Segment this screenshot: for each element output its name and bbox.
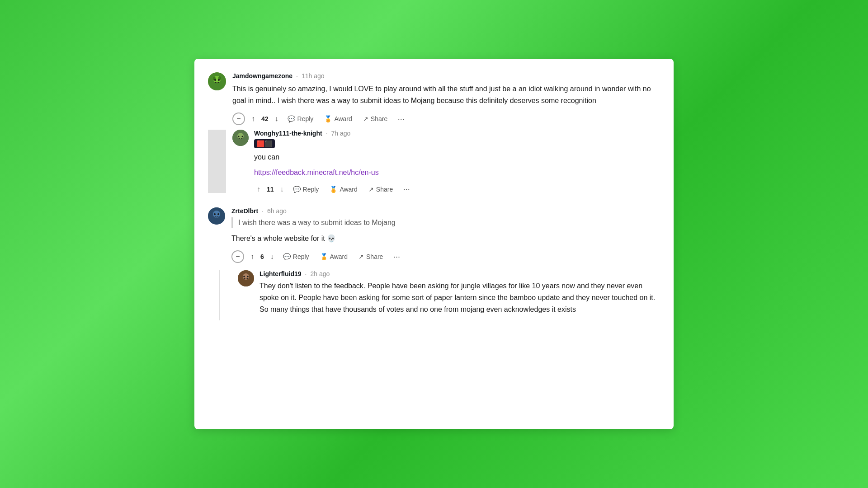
main-username: Jamdowngamezone [232, 72, 292, 80]
comments-card: Jamdowngamezone · 11h ago This is genuin… [194, 59, 674, 429]
lighter-username: Lighterfluid19 [259, 270, 302, 277]
zrte-action-bar: − ↑ 6 ↓ 💬 Reply 🏅 Award ↗ [231, 249, 660, 264]
zrte-timestamp: 6h ago [267, 207, 287, 215]
svg-point-12 [214, 213, 216, 215]
svg-point-4 [214, 79, 216, 81]
wonghy-replies: Wonghy111-the-knight · 7h ago 🟥⬛ you can… [226, 130, 660, 200]
svg-point-9 [242, 136, 243, 137]
zrte-text: There's a whole website for it 💀 [231, 233, 660, 244]
award-button[interactable]: 🏅 Award [320, 113, 356, 125]
share-icon: ↗ [368, 186, 374, 193]
main-action-bar: − ↑ 42 ↓ 💬 Reply 🏅 Award ↗ Share [232, 112, 660, 126]
collapse-button[interactable]: − [231, 250, 244, 263]
reply-button[interactable]: 💬 Reply [283, 113, 318, 125]
thread-line [208, 130, 226, 193]
upvote-button[interactable]: ↑ [248, 251, 257, 263]
svg-point-13 [217, 213, 219, 215]
wonghy-action-bar: ↑ 11 ↓ 💬 Reply 🏅 Award [254, 182, 660, 197]
zrte-username: ZrteDlbrt [231, 207, 258, 215]
avatar [208, 207, 225, 225]
downvote-button[interactable]: ↓ [272, 113, 281, 125]
wonghy-username: Wonghy111-the-knight [254, 130, 322, 137]
zrte-comment-content: ZrteDlbrt · 6h ago I wish there was a wa… [231, 207, 660, 266]
award-icon: 🏅 [320, 253, 328, 260]
avatar [232, 130, 249, 146]
reply-icon: 💬 [283, 253, 291, 260]
wonghy-reply-section: Wonghy111-the-knight · 7h ago 🟥⬛ you can… [208, 130, 660, 200]
upvote-button[interactable]: ↑ [249, 113, 258, 125]
lighter-header: Lighterfluid19 · 2h ago [259, 270, 660, 277]
reply-icon: 💬 [288, 115, 295, 122]
main-comment-text: This is genuinely so amazing, I would LO… [232, 83, 660, 106]
award-button[interactable]: 🏅 Award [316, 250, 352, 263]
reply-icon: 💬 [293, 186, 301, 193]
share-button[interactable]: ↗ Share [364, 183, 397, 196]
emoji-badge: 🟥⬛ [254, 139, 275, 148]
zrte-comment-wrapper: ZrteDlbrt · 6h ago I wish there was a wa… [208, 207, 660, 320]
svg-point-17 [247, 276, 249, 278]
lighter-comment-inner: Lighterfluid19 · 2h ago They don't liste… [259, 270, 660, 320]
downvote-button[interactable]: ↓ [268, 251, 277, 263]
award-icon: 🏅 [324, 115, 332, 122]
share-button[interactable]: ↗ Share [359, 113, 392, 125]
wonghy-text: you can [254, 151, 660, 163]
share-icon: ↗ [359, 253, 364, 260]
zrte-header: ZrteDlbrt · 6h ago [231, 207, 660, 215]
wonghy-timestamp: 7h ago [331, 130, 351, 137]
more-options-button[interactable]: ··· [389, 249, 404, 264]
share-button[interactable]: ↗ Share [354, 250, 387, 263]
wonghy-comment: Wonghy111-the-knight · 7h ago 🟥⬛ you can… [232, 130, 660, 198]
collapse-button[interactable]: − [232, 113, 245, 125]
svg-point-16 [243, 276, 245, 278]
more-options-button[interactable]: ··· [394, 112, 408, 126]
minecraft-feedback-link[interactable]: https://feedback.minecraft.net/hc/en-us [254, 169, 379, 176]
main-comment-section: Jamdowngamezone · 11h ago This is genuin… [208, 72, 660, 320]
lighter-reply-content: Lighterfluid19 · 2h ago They don't liste… [231, 270, 660, 320]
more-options-button[interactable]: ··· [399, 182, 414, 197]
vote-count: 42 [259, 115, 270, 122]
award-icon: 🏅 [330, 186, 337, 193]
lighter-reply-row: Lighterfluid19 · 2h ago They don't liste… [208, 270, 660, 320]
thread-line-area [208, 130, 226, 200]
avatar [238, 270, 254, 286]
zrte-blockquote: I wish there was a way to submit ideas t… [231, 217, 660, 228]
svg-point-8 [238, 136, 240, 137]
award-button[interactable]: 🏅 Award [325, 183, 362, 196]
main-comment: Jamdowngamezone · 11h ago This is genuin… [208, 72, 660, 128]
lighter-timestamp: 2h ago [310, 270, 330, 277]
thread-line [219, 270, 220, 320]
lighter-text: They don't listen to the feedback. Peopl… [259, 280, 660, 315]
share-icon: ↗ [363, 115, 368, 122]
svg-point-5 [218, 79, 220, 81]
upvote-button[interactable]: ↑ [254, 183, 263, 195]
wonghy-header: Wonghy111-the-knight · 7h ago [254, 130, 660, 137]
downvote-button[interactable]: ↓ [278, 183, 287, 195]
reply-button[interactable]: 💬 Reply [288, 183, 324, 196]
main-comment-header: Jamdowngamezone · 11h ago [232, 72, 660, 80]
reply-button[interactable]: 💬 Reply [278, 250, 314, 263]
vote-count: 11 [265, 186, 276, 193]
main-timestamp: 11h ago [302, 72, 325, 80]
main-comment-content: Jamdowngamezone · 11h ago This is genuin… [232, 72, 660, 128]
vote-count: 6 [259, 253, 266, 260]
avatar [208, 72, 226, 90]
